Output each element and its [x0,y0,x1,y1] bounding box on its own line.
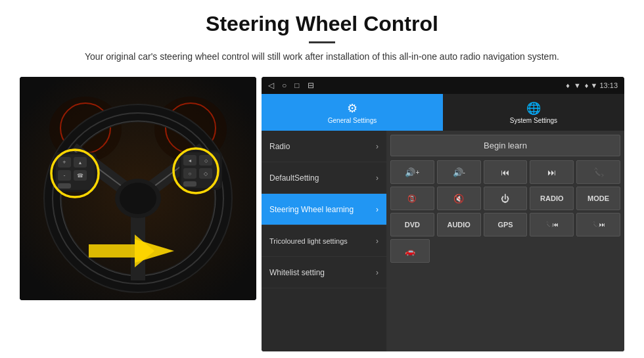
tab-general-label: General Settings [328,117,377,124]
begin-learn-row: Begin learn [390,135,620,156]
header-section: Steering Wheel Control Your original car… [0,0,644,70]
radio-button[interactable]: RADIO [530,187,574,210]
menu-item-default[interactable]: DefaultSetting › [262,162,386,194]
menu-radio-label: Radio [269,142,290,151]
control-row-3: DVD AUDIO GPS 📞⏮ 📞⏭ [390,213,620,236]
car-icon-button[interactable]: 🚗 [390,239,430,263]
page-title: Steering Wheel Control [39,12,605,36]
menu-whitelist-label: Whitelist setting [269,268,325,277]
control-row-2: 📵 🔇 ⏻ RADIO MODE [390,187,620,210]
svg-rect-22 [58,183,71,189]
call-button[interactable]: 📞 [576,160,620,184]
chevron-icon: › [376,236,379,246]
call-next-button[interactable]: 📞⏭ [576,213,620,236]
vol-down-button[interactable]: 🔊- [437,160,481,184]
bottom-row: 🚗 [390,239,620,263]
vol-up-button[interactable]: 🔊+ [390,160,434,184]
page-container: Steering Wheel Control Your original car… [0,0,644,358]
system-settings-icon: 🌐 [526,101,541,116]
power-button[interactable]: ⏻ [484,187,528,210]
svg-text:○: ○ [189,171,192,177]
status-right: ♦ ▼ ♦ ▼ 13:13 [566,81,618,89]
tab-general-settings[interactable]: ⚙ General Settings [262,94,443,131]
control-row-1: 🔊+ 🔊- ⏮ ⏭ 📞 [390,160,620,184]
status-left: ◁ ○ □ ⊟ [268,81,314,90]
call-prev-button[interactable]: 📞⏮ [530,213,574,236]
general-settings-icon: ⚙ [347,101,357,116]
chevron-icon: › [376,268,379,277]
clock: ♦ ▼ 13:13 [585,81,618,89]
hangup-button[interactable]: 📵 [390,187,434,210]
subtitle-text: Your original car's steering wheel contr… [59,50,585,64]
menu-icon[interactable]: ⊟ [308,81,314,90]
menu-tricolour-label: Tricoloured light settings [269,237,348,245]
steering-wheel-container: + ▲ - ☎ ◄ ◇ ○ ◇ [20,77,256,300]
svg-text:◇: ◇ [204,171,208,177]
title-divider [309,41,335,43]
menu-item-whitelist[interactable]: Whitelist setting › [262,257,386,288]
recents-icon[interactable]: □ [294,81,299,90]
tab-bar: ⚙ General Settings 🌐 System Settings [262,94,624,131]
chevron-icon: › [376,142,379,151]
gps-button[interactable]: GPS [484,213,528,236]
right-panel: Begin learn 🔊+ 🔊- ⏮ ⏭ 📞 📵 🔇 ⏻ [386,131,624,351]
left-menu: Radio › DefaultSetting › Steering Wheel … [262,131,386,351]
next-track-button[interactable]: ⏭ [530,160,574,184]
mode-button[interactable]: MODE [576,187,620,210]
settings-content: Radio › DefaultSetting › Steering Wheel … [262,131,624,351]
prev-track-button[interactable]: ⏮ [484,160,528,184]
svg-text:☎: ☎ [77,173,83,179]
status-bar: ◁ ○ □ ⊟ ♦ ▼ ♦ ▼ 13:13 [262,77,624,94]
menu-item-radio[interactable]: Radio › [262,131,386,162]
tab-system-label: System Settings [510,117,557,124]
location-icon: ♦ [566,81,570,89]
svg-text:+: + [62,159,66,166]
menu-item-tricolour[interactable]: Tricoloured light settings › [262,225,386,257]
menu-steering-label: Steering Wheel learning [269,205,354,214]
dvd-button[interactable]: DVD [390,213,434,236]
chevron-icon: › [376,205,379,214]
svg-text:◄: ◄ [188,158,193,163]
menu-default-label: DefaultSetting [269,173,319,183]
android-head-unit: ◁ ○ □ ⊟ ♦ ▼ ♦ ▼ 13:13 ⚙ General Settings [262,77,624,351]
svg-text:▲: ▲ [78,160,83,165]
chevron-icon: › [376,173,379,183]
mute-button[interactable]: 🔇 [437,187,481,210]
back-icon[interactable]: ◁ [268,81,274,90]
home-icon[interactable]: ○ [282,81,287,90]
wifi-icon: ▼ [574,81,581,89]
tab-system-settings[interactable]: 🌐 System Settings [443,94,624,131]
steering-wheel-image: + ▲ - ☎ ◄ ◇ ○ ◇ [20,77,256,300]
audio-button[interactable]: AUDIO [437,213,481,236]
svg-text:-: - [64,172,66,179]
content-area: + ▲ - ☎ ◄ ◇ ○ ◇ [0,70,644,358]
begin-learn-button[interactable]: Begin learn [390,135,620,156]
svg-point-15 [120,183,156,214]
svg-rect-33 [183,181,196,187]
menu-item-steering[interactable]: Steering Wheel learning › [262,194,386,225]
